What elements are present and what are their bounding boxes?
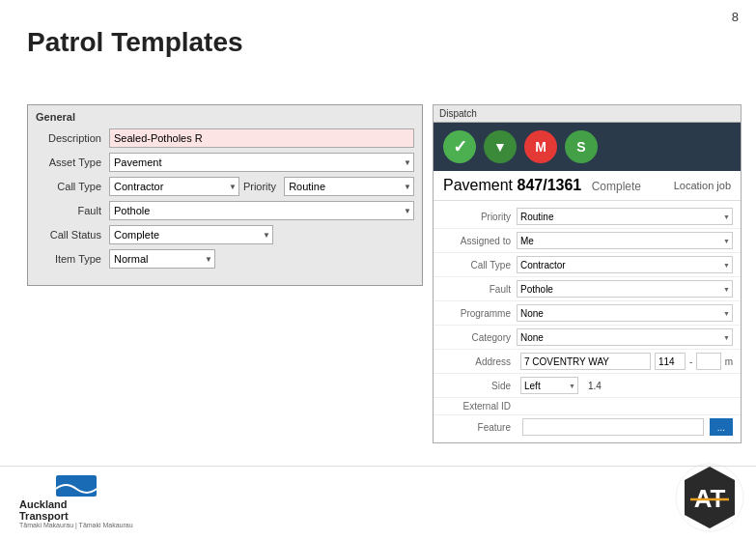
call-status-select[interactable]: Complete [109,225,273,244]
call-type-selects: Contractor ▼ Priority Routine ▼ [109,177,414,196]
call-status-row: Call Status Complete ▼ [36,225,414,244]
transport-subtext: Tāmaki Makaurau | Tāmaki Makaurau [19,522,133,528]
job-status: Complete [592,180,641,193]
m-button[interactable]: M [524,130,557,163]
dispatch-fault-label: Fault [441,284,511,295]
dispatch-calltype-select[interactable]: Contractor [517,256,733,273]
fault-select-wrapper: Pothole ▼ [109,201,414,220]
call-type-select[interactable]: Contractor [109,177,239,196]
dispatch-programme-row: Programme None ▼ [434,301,741,326]
dispatch-calltype-label: Call Type [441,260,511,270]
panel-title: General [36,111,414,123]
dispatch-category-select-wrapper: None ▼ [517,328,733,346]
dispatch-extid-row: External ID [434,398,741,415]
dispatch-programme-select[interactable]: None [517,304,733,322]
location-job: Location job [674,180,731,191]
page-number: 8 [732,10,739,24]
description-row: Description [36,128,414,148]
dispatch-toolbar: ✓ ▼ M S [434,123,741,171]
dispatch-calltype-row: Call Type Contractor ▼ [434,253,741,277]
dispatch-programme-select-wrapper: None ▼ [517,304,733,322]
item-type-select-wrapper: Normal ▼ [109,249,215,269]
dispatch-assigned-row: Assigned to Me ▼ [434,229,741,253]
dispatch-fault-row: Fault Pothole ▼ [434,277,741,301]
dispatch-priority-select-wrapper: Routine ▼ [517,208,733,225]
dispatch-side-select-wrapper: Left ▼ [520,377,578,394]
fault-label: Fault [36,205,101,216]
check-icon: ✓ [453,136,467,157]
item-type-row: Item Type Normal ▼ [36,249,414,269]
check-button[interactable]: ✓ [443,130,476,163]
dispatch-priority-row: Priority Routine ▼ [434,205,741,229]
side-value: 1.4 [588,381,602,391]
dispatch-address-label: Address [441,356,511,367]
at-logo-wrapper: AT [675,463,744,536]
dispatch-category-row: Category None ▼ [434,326,741,350]
dispatch-calltype-select-wrapper: Contractor ▼ [517,256,733,273]
address-num-input[interactable] [655,353,686,370]
feature-input[interactable] [522,418,704,436]
dispatch-fields: Priority Routine ▼ Assigned to Me ▼ Call… [434,201,741,442]
dispatch-fault-select-wrapper: Pothole ▼ [517,280,733,298]
arrow-icon: ▼ [493,139,507,155]
m-label: M [535,139,546,155]
transport-logo-icon [56,475,97,497]
dispatch-feature-label: Feature [441,422,511,433]
call-status-select-wrapper: Complete ▼ [109,225,273,244]
priority-select[interactable]: Routine [284,177,414,196]
dispatch-address-row: Address - m [434,350,741,374]
auckland-text: Auckland [19,498,133,510]
description-input[interactable] [109,128,414,148]
description-label: Description [36,132,101,144]
dispatch-extid-label: External ID [441,401,511,412]
arrow-button[interactable]: ▼ [484,130,517,163]
address-m-label: m [725,356,733,367]
page-title: Patrol Templates [27,27,243,58]
dispatch-panel: Dispatch ✓ ▼ M S Pavement 847/1361 Compl… [433,104,742,443]
dispatch-category-label: Category [441,332,511,343]
dispatch-category-select[interactable]: None [517,328,733,346]
bottom-divider [0,466,756,467]
job-id: 847/1361 [518,177,582,193]
dispatch-side-row: Side Left ▼ 1.4 [434,374,741,398]
address-input[interactable] [520,353,651,370]
transport-text: Transport [19,510,133,522]
fault-select[interactable]: Pothole [109,201,414,220]
general-panel: General Description Asset Type Pavement … [27,104,423,286]
item-type-label: Item Type [36,253,101,265]
dispatch-feature-row: Feature ... [434,415,741,439]
feature-button[interactable]: ... [710,418,733,436]
call-type-row: Call Type Contractor ▼ Priority Routine … [36,177,414,196]
dispatch-fault-select[interactable]: Pothole [517,280,733,298]
job-header: Pavement 847/1361 Complete Location job [434,171,741,201]
asset-type-select-wrapper: Pavement ▼ [109,153,414,172]
address-blank-input[interactable] [696,353,720,370]
bottom-logo: Auckland Transport Tāmaki Makaurau | Tām… [19,475,133,528]
job-asset: Pavement [443,177,513,193]
dispatch-header: Dispatch [434,105,741,123]
asset-type-select[interactable]: Pavement [109,153,414,172]
asset-type-row: Asset Type Pavement ▼ [36,153,414,172]
address-dash: - [689,356,692,367]
dispatch-side-label: Side [441,381,511,391]
dispatch-priority-label: Priority [441,212,511,222]
priority-select-wrapper: Routine ▼ [284,177,414,196]
dispatch-priority-select[interactable]: Routine [517,208,733,225]
call-type-select-wrapper: Contractor ▼ [109,177,239,196]
dispatch-side-select[interactable]: Left [520,377,578,394]
dispatch-assigned-select-wrapper: Me ▼ [517,232,733,249]
job-title: Pavement 847/1361 Complete [443,177,641,194]
fault-row: Fault Pothole ▼ [36,201,414,220]
priority-label: Priority [243,181,276,192]
dispatch-assigned-select[interactable]: Me [517,232,733,249]
dispatch-assigned-label: Assigned to [441,236,511,246]
dispatch-programme-label: Programme [441,308,511,319]
asset-type-label: Asset Type [36,156,101,168]
s-label: S [576,139,585,155]
call-status-label: Call Status [36,229,101,241]
call-type-label: Call Type [36,181,101,192]
at-logo: AT [675,463,744,532]
s-button[interactable]: S [565,130,598,163]
item-type-select[interactable]: Normal [109,249,215,269]
